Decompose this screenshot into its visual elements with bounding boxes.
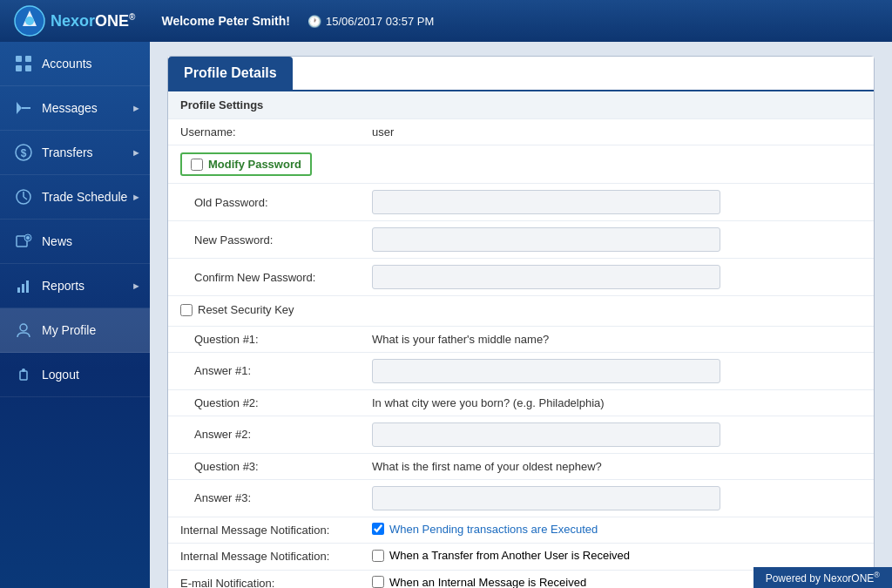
reports-arrow: ► — [132, 280, 141, 291]
svg-rect-21 — [20, 371, 27, 380]
answer1-row: Answer #1: — [168, 352, 874, 389]
sidebar-item-transfers[interactable]: $ Transfers ► — [0, 131, 150, 175]
sidebar-item-trade-schedule[interactable]: Trade Schedule ► — [0, 175, 150, 220]
question2-row: Question #2: In what city were you born?… — [168, 389, 874, 416]
svg-rect-5 — [16, 65, 22, 71]
welcome-text: Welcome Peter Smith! — [161, 14, 290, 28]
notification-label-0[interactable]: When Pending transactions are Executed — [372, 523, 598, 536]
answer1-label: Answer #1: — [168, 352, 360, 389]
card-header: Profile Details — [168, 57, 293, 90]
profile-details-card: Profile Details Profile Settings Usernam… — [167, 56, 875, 588]
footer: Powered by NexorONE® — [753, 567, 892, 588]
modify-password-row: Modify Password — [168, 145, 874, 184]
sidebar-item-accounts[interactable]: Accounts — [0, 42, 150, 86]
logo-one: ONE — [95, 12, 129, 30]
notification-checkbox-0[interactable] — [372, 523, 384, 535]
logo-text: NexorONE® — [51, 12, 135, 30]
reset-security-checkbox[interactable] — [180, 304, 193, 316]
svg-rect-18 — [22, 284, 24, 293]
svg-rect-17 — [17, 287, 20, 293]
svg-rect-4 — [25, 56, 31, 62]
logout-icon — [14, 365, 33, 384]
modify-password-label[interactable]: Modify Password — [180, 152, 312, 176]
trade-schedule-arrow: ► — [132, 192, 141, 202]
sidebar-label-messages: Messages — [42, 101, 98, 115]
notification-checkbox-2[interactable] — [372, 576, 384, 588]
notification-value-0: When Pending transactions are Executed — [360, 517, 874, 544]
svg-point-20 — [20, 324, 27, 331]
transfers-icon: $ — [14, 143, 33, 162]
question2-label: Question #2: — [168, 389, 360, 416]
svg-rect-6 — [25, 65, 31, 71]
svg-line-13 — [24, 197, 27, 199]
profile-table: Profile Settings Username: user Modify P… — [168, 91, 874, 588]
answer2-cell — [360, 416, 874, 453]
answer3-row: Answer #3: — [168, 479, 874, 517]
logo-nexor: Nexor — [51, 12, 95, 30]
notification-checkbox-1[interactable] — [372, 550, 384, 562]
reset-security-cell: Reset Security Key — [168, 296, 874, 327]
footer-text: Powered by NexorONE® — [766, 572, 880, 585]
svg-text:$: $ — [21, 147, 27, 159]
answer1-cell — [360, 352, 874, 389]
old-password-cell — [360, 184, 874, 221]
question1-label: Question #1: — [168, 326, 360, 352]
question3-value: What is the first name of your oldest ne… — [360, 453, 874, 479]
answer2-input[interactable] — [372, 422, 720, 447]
notification-row-1: Internal Message Notification: When a Tr… — [168, 544, 874, 571]
svg-rect-3 — [16, 56, 22, 62]
sidebar-item-my-profile[interactable]: My Profile — [0, 308, 150, 353]
confirm-password-label: Confirm New Password: — [168, 259, 360, 296]
logo-icon — [14, 5, 45, 37]
my-profile-icon — [14, 321, 33, 340]
question3-label: Question #3: — [168, 453, 360, 479]
question3-row: Question #3: What is the first name of y… — [168, 453, 874, 479]
clock-icon: 🕐 — [307, 15, 321, 28]
confirm-password-cell — [360, 259, 874, 296]
svg-point-22 — [22, 368, 25, 372]
sidebar-item-messages[interactable]: Messages ► — [0, 86, 150, 131]
modify-password-text: Modify Password — [208, 158, 301, 171]
answer3-cell — [360, 479, 874, 517]
username-label: Username: — [168, 119, 360, 145]
username-row: Username: user — [168, 119, 874, 145]
answer1-input[interactable] — [372, 359, 720, 383]
question1-row: Question #1: What is your father's middl… — [168, 326, 874, 352]
notification-type-0: Internal Message Notification: — [168, 517, 360, 544]
layout: Accounts Messages ► $ Transfers ► — [0, 42, 892, 588]
svg-marker-7 — [17, 102, 22, 114]
confirm-password-input[interactable] — [372, 265, 720, 289]
answer2-label: Answer #2: — [168, 416, 360, 453]
reports-icon — [14, 276, 33, 295]
svg-point-16 — [26, 236, 30, 240]
profile-settings-header: Profile Settings — [168, 91, 874, 119]
accounts-icon — [14, 54, 33, 73]
answer3-input[interactable] — [372, 486, 720, 510]
sidebar-label-news: News — [42, 234, 72, 248]
notification-label-1[interactable]: When a Transfer from Another User is Rec… — [372, 549, 630, 562]
old-password-label: Old Password: — [168, 184, 360, 221]
reset-security-row: Reset Security Key — [168, 296, 874, 327]
new-password-row: New Password: — [168, 221, 874, 259]
answer2-row: Answer #2: — [168, 416, 874, 453]
sidebar-label-logout: Logout — [42, 368, 79, 382]
sidebar-item-news[interactable]: News — [0, 220, 150, 264]
notification-text-0: When Pending transactions are Executed — [389, 523, 598, 536]
notification-label-2[interactable]: When an Internal Message is Received — [372, 576, 586, 589]
app-header: NexorONE® Welcome Peter Smith! 🕐 15/06/2… — [0, 0, 892, 42]
svg-rect-19 — [26, 280, 29, 293]
modify-password-checkbox[interactable] — [191, 159, 203, 171]
trade-schedule-icon — [14, 187, 33, 206]
card-header-wrapper: Profile Details — [168, 57, 874, 91]
sidebar-item-reports[interactable]: Reports ► — [0, 264, 150, 308]
messages-icon — [14, 98, 33, 118]
old-password-input[interactable] — [372, 190, 720, 214]
notification-text-2: When an Internal Message is Received — [389, 576, 586, 589]
sidebar-label-transfers: Transfers — [42, 145, 93, 159]
notification-type-2: E-mail Notification: — [168, 570, 360, 588]
sidebar-item-logout[interactable]: Logout — [0, 353, 150, 397]
sidebar-label-my-profile: My Profile — [42, 323, 96, 337]
new-password-input[interactable] — [372, 227, 720, 252]
reset-security-label[interactable]: Reset Security Key — [180, 303, 294, 316]
sidebar: Accounts Messages ► $ Transfers ► — [0, 42, 150, 588]
